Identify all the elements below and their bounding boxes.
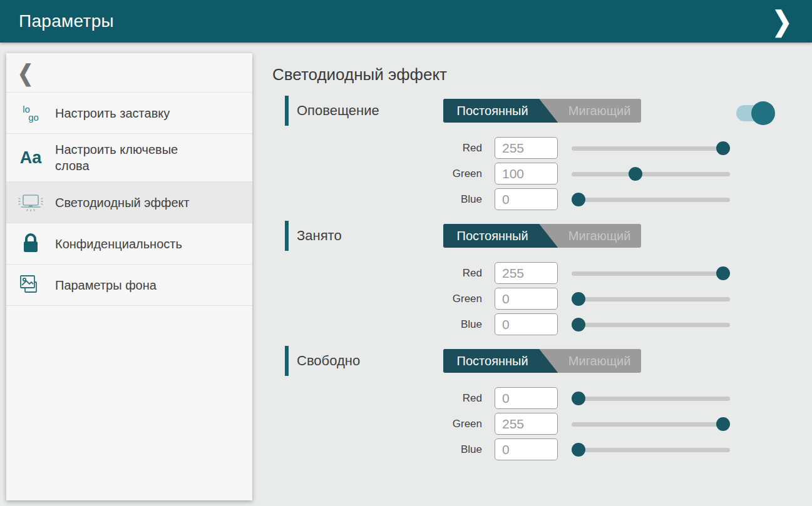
- red-label: Red: [285, 142, 495, 154]
- red-label: Red: [285, 267, 495, 280]
- green-slider[interactable]: [572, 417, 730, 432]
- slider-track: [572, 422, 730, 427]
- mode-blinking-button[interactable]: Мигающий: [558, 99, 641, 123]
- slider-thumb[interactable]: [572, 193, 585, 206]
- blue-channel-row: Blue: [285, 313, 776, 335]
- sidebar-item-label: Светодиодный эффект: [55, 195, 190, 211]
- slider-thumb[interactable]: [572, 292, 585, 306]
- green-value-input[interactable]: [495, 288, 558, 310]
- slider-track: [572, 146, 730, 151]
- section-free: Свободно Постоянный Мигающий Red Green: [285, 346, 776, 460]
- section-title: Занято: [297, 228, 342, 244]
- slider-thumb[interactable]: [572, 443, 585, 457]
- slider-track: [572, 172, 730, 176]
- red-slider[interactable]: [572, 141, 730, 156]
- back-chevron-icon: ❮: [18, 59, 33, 86]
- red-label: Red: [285, 392, 495, 405]
- blue-label: Blue: [285, 318, 495, 331]
- green-value-input[interactable]: [495, 413, 558, 435]
- slider-thumb[interactable]: [716, 266, 730, 280]
- red-channel-row: Red: [285, 387, 776, 409]
- slider-thumb[interactable]: [572, 392, 585, 405]
- slider-thumb[interactable]: [629, 167, 642, 181]
- green-channel-row: Green: [285, 163, 776, 185]
- slider-track: [572, 448, 730, 452]
- slider-track: [572, 297, 730, 301]
- sidebar-item-screensaver[interactable]: logo Настроить заставку: [6, 93, 252, 134]
- green-label: Green: [285, 168, 495, 180]
- sidebar-item-label: Настроить заставку: [55, 105, 170, 121]
- mode-segmented-control: Постоянный Мигающий: [443, 99, 641, 123]
- section-accent-bar: [285, 221, 289, 251]
- logo-icon: logo: [6, 105, 55, 121]
- slider-track: [572, 198, 730, 202]
- red-slider[interactable]: [572, 391, 730, 406]
- blue-slider[interactable]: [572, 317, 730, 332]
- led-effect-panel: Светодиодный эффект Оповещение Постоянны…: [252, 43, 791, 506]
- sidebar-item-privacy[interactable]: Конфиденциальность: [6, 223, 252, 265]
- page-title: Параметры: [19, 11, 114, 31]
- sidebar-item-keywords[interactable]: Aa Настроить ключевые слова: [6, 134, 252, 182]
- forward-chevron-icon[interactable]: ❯: [766, 8, 798, 35]
- section-title: Свободно: [297, 353, 360, 369]
- slider-thumb[interactable]: [716, 417, 730, 431]
- blue-value-input[interactable]: [495, 438, 558, 460]
- green-value-input[interactable]: [495, 163, 558, 185]
- red-channel-row: Red: [285, 137, 776, 159]
- font-aa-icon: Aa: [6, 148, 55, 168]
- green-label: Green: [285, 418, 495, 430]
- app-header: Параметры ❯: [0, 0, 812, 43]
- red-value-input[interactable]: [495, 262, 558, 284]
- slider-thumb[interactable]: [716, 141, 730, 155]
- blue-slider[interactable]: [572, 192, 730, 207]
- red-value-input[interactable]: [495, 137, 558, 159]
- lock-icon: [6, 233, 55, 255]
- alert-enable-toggle[interactable]: [736, 101, 775, 125]
- images-icon: [6, 275, 55, 296]
- settings-sidebar: ❮ logo Настроить заставку Aa Настроить к…: [6, 53, 252, 500]
- panel-title: Светодиодный эффект: [272, 65, 791, 84]
- blue-channel-row: Blue: [285, 188, 776, 210]
- blue-value-input[interactable]: [495, 313, 558, 335]
- led-display-icon: [6, 193, 55, 212]
- sidebar-item-label: Конфиденциальность: [55, 236, 182, 252]
- blue-label: Blue: [285, 193, 495, 206]
- red-slider[interactable]: [572, 266, 730, 281]
- green-channel-row: Green: [285, 413, 776, 435]
- toggle-thumb: [751, 101, 775, 125]
- slider-thumb[interactable]: [572, 318, 585, 331]
- blue-slider[interactable]: [572, 442, 730, 457]
- blue-value-input[interactable]: [495, 188, 558, 210]
- sidebar-item-led-effect[interactable]: Светодиодный эффект: [6, 182, 252, 223]
- mode-segmented-control: Постоянный Мигающий: [443, 224, 641, 248]
- sidebar-back-button[interactable]: ❮: [6, 53, 252, 93]
- green-slider[interactable]: [572, 166, 730, 181]
- sidebar-item-background[interactable]: Параметры фона: [6, 265, 252, 306]
- mode-blinking-button[interactable]: Мигающий: [558, 349, 641, 373]
- mode-constant-button[interactable]: Постоянный: [443, 99, 558, 123]
- sidebar-item-label: Настроить ключевые слова: [55, 141, 212, 174]
- blue-label: Blue: [285, 443, 495, 456]
- red-value-input[interactable]: [495, 387, 558, 409]
- section-accent-bar: [285, 96, 289, 126]
- slider-track: [572, 323, 730, 327]
- section-busy: Занято Постоянный Мигающий Red Green: [285, 221, 776, 335]
- section-title: Оповещение: [297, 103, 379, 119]
- red-channel-row: Red: [285, 262, 776, 284]
- green-channel-row: Green: [285, 288, 776, 310]
- section-accent-bar: [285, 346, 289, 376]
- slider-track: [572, 271, 730, 276]
- section-alert: Оповещение Постоянный Мигающий Red: [285, 96, 776, 210]
- blue-channel-row: Blue: [285, 438, 776, 460]
- green-slider[interactable]: [572, 291, 730, 306]
- mode-segmented-control: Постоянный Мигающий: [443, 349, 641, 373]
- green-label: Green: [285, 293, 495, 305]
- sidebar-item-label: Параметры фона: [55, 277, 157, 293]
- mode-constant-button[interactable]: Постоянный: [443, 224, 558, 248]
- slider-track: [572, 397, 730, 401]
- mode-blinking-button[interactable]: Мигающий: [558, 224, 641, 248]
- mode-constant-button[interactable]: Постоянный: [443, 349, 558, 373]
